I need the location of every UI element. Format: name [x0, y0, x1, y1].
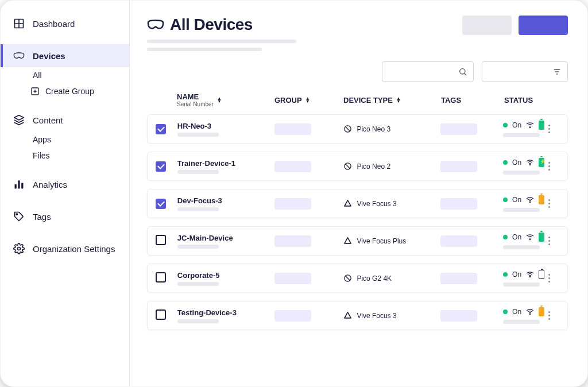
table-row[interactable]: JC-Main-Device Vive Focus Plus On [147, 226, 568, 256]
tag-pill [440, 235, 477, 247]
group-pill [274, 198, 311, 210]
header-actions [462, 16, 568, 35]
status-dot-icon [503, 235, 508, 239]
subtitle-placeholder [147, 40, 568, 51]
wifi-icon [526, 270, 534, 278]
nav-create-group[interactable]: Create Group [1, 83, 129, 99]
svg-line-21 [346, 164, 350, 169]
pico-brand-icon [343, 125, 352, 134]
device-type: Vive Focus 3 [357, 312, 396, 320]
svg-line-18 [346, 127, 350, 131]
row-checkbox[interactable] [156, 161, 166, 172]
nav-tags-label: Tags [33, 212, 51, 222]
row-checkbox[interactable] [156, 199, 166, 209]
battery-icon [539, 233, 544, 242]
device-type: Vive Focus Plus [357, 237, 406, 245]
row-checkbox[interactable] [156, 309, 166, 320]
status-label: On [512, 233, 521, 241]
battery-icon [539, 195, 544, 204]
tag-pill [440, 161, 477, 172]
tag-icon [13, 211, 25, 222]
svg-marker-25 [345, 238, 351, 243]
row-menu-button[interactable] [544, 199, 554, 208]
pico-brand-icon [343, 162, 352, 171]
svg-point-19 [529, 127, 530, 127]
htc-brand-icon [343, 237, 352, 246]
nav-analytics-label: Analytics [33, 180, 67, 189]
row-menu-button[interactable] [544, 311, 554, 320]
search-input[interactable] [382, 61, 474, 82]
svg-rect-8 [18, 180, 20, 188]
sort-icon: ▲▼ [217, 97, 222, 103]
nav-org-settings[interactable]: Organization Settings [1, 237, 129, 260]
nav-content-label: Content [33, 115, 63, 125]
filter-dropdown[interactable] [482, 61, 568, 82]
serial-placeholder [177, 170, 219, 174]
row-menu-button[interactable] [544, 274, 554, 282]
svg-point-26 [529, 239, 530, 239]
status-label: On [512, 308, 521, 316]
svg-rect-7 [15, 184, 17, 189]
row-menu-button[interactable] [544, 125, 554, 133]
tag-pill [440, 273, 477, 284]
wifi-icon [526, 196, 534, 204]
status-label: On [512, 270, 521, 278]
status-dot-icon [503, 198, 508, 202]
page-title: All Devices [170, 16, 253, 34]
th-group[interactable]: GROUP ▲▼ [274, 96, 343, 105]
status-dot-icon [503, 160, 508, 165]
htc-brand-icon [343, 311, 352, 320]
wifi-icon [526, 308, 534, 316]
table-row[interactable]: Dev-Focus-3 Vive Focus 3 On [147, 189, 568, 218]
svg-marker-23 [345, 200, 351, 206]
row-checkbox[interactable] [156, 272, 166, 282]
table-row[interactable]: Trainer-Device-1 Pico Neo 2 On ⚡ [147, 152, 568, 181]
nav-dashboard-label: Dashboard [33, 19, 75, 29]
table-row[interactable]: Testing-Device-3 Vive Focus 3 On [147, 301, 568, 330]
headset-icon [147, 18, 164, 31]
sort-icon: ▲▼ [396, 97, 401, 103]
status-dot-icon [503, 123, 508, 127]
status-placeholder [503, 133, 540, 137]
serial-placeholder [177, 133, 219, 137]
th-device-type[interactable]: DEVICE TYPE ▲▼ [343, 96, 441, 105]
serial-placeholder [177, 319, 219, 323]
wifi-icon [526, 233, 534, 241]
nav-dashboard[interactable]: Dashboard [1, 12, 129, 35]
gear-icon [13, 243, 25, 254]
device-name: HR-Neo-3 [177, 122, 274, 130]
table-row[interactable]: HR-Neo-3 Pico Neo 3 On [147, 114, 568, 144]
svg-line-28 [346, 276, 350, 281]
status-placeholder [503, 208, 540, 212]
svg-point-10 [16, 214, 18, 215]
status-placeholder [503, 320, 540, 324]
row-menu-button[interactable] [544, 237, 554, 245]
device-type: Pico Neo 3 [357, 125, 390, 133]
layers-icon [13, 114, 25, 126]
secondary-action-button[interactable] [462, 16, 512, 35]
group-pill [274, 273, 311, 284]
row-checkbox[interactable] [156, 235, 166, 245]
nav-content-apps[interactable]: Apps [1, 131, 129, 148]
nav-tags[interactable]: Tags [1, 205, 129, 228]
nav-content[interactable]: Content [1, 109, 129, 131]
battery-icon: ⚡ [539, 158, 544, 167]
device-name: Trainer-Device-1 [177, 159, 274, 168]
status-dot-icon [503, 272, 508, 277]
status-label: On [512, 121, 521, 129]
status-placeholder [503, 171, 540, 175]
table-row[interactable]: Corporate-5 Pico G2 4K On [147, 264, 568, 293]
row-menu-button[interactable] [544, 162, 554, 171]
nav-devices-all[interactable]: All [1, 67, 129, 83]
th-name[interactable]: NAME Serial Number ▲▼ [177, 92, 274, 107]
th-tags: TAGS [441, 96, 504, 105]
device-type: Pico Neo 2 [357, 162, 390, 171]
nav-analytics[interactable]: Analytics [1, 173, 129, 196]
primary-action-button[interactable] [519, 16, 568, 35]
nav-content-files[interactable]: Files [1, 148, 129, 164]
group-pill [274, 161, 311, 172]
wifi-icon [526, 121, 534, 129]
nav-devices[interactable]: Devices [1, 44, 129, 67]
group-pill [274, 123, 311, 135]
row-checkbox[interactable] [156, 124, 166, 134]
